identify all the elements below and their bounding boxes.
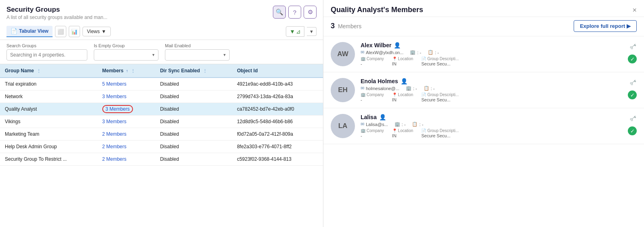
tabular-view-btn[interactable]: 📄 Tabular View [6,26,53,37]
table-icon: 📄 [11,28,17,34]
member-detail-row: ✉ AlexW@ylxdh.on... 🏢 : - 📋 : - [361,50,622,55]
group-desc-field: 📄 Group Descripti... Secure Secu... [421,57,459,66]
left-panel: Security Groups A list of all security g… [0,0,323,227]
search-filter-group: Search Groups [6,43,87,61]
company-field: 🏢 Company - [361,128,384,138]
members-link[interactable]: 2 Members [102,156,127,162]
filter-btn[interactable]: ▼ ⊿ [286,26,304,37]
member-info: Alex Wilber 👤 ✉ AlexW@ylxdh.on... 🏢 : - … [361,42,622,66]
sort-arrow-members[interactable]: ↑ [126,69,128,73]
group-desc-label: 📄 Group Descripti... [421,128,459,133]
member-info: Enola Holmes 👤 ✉ holmesalone@... 🏢 : - 📋… [361,78,622,102]
location-label: 📍 Location [392,128,414,133]
location-field: 📍 Location IN [392,92,414,102]
company-label: 🏢 Company [361,92,384,97]
cell-group-name: Security Group To Restrict ... [0,153,97,166]
member-org-value: : - [417,50,421,55]
email-icon: ✉ [361,122,364,127]
col-handle-members[interactable]: ⋮ [131,69,135,73]
groups-table: Group Name ⋮ Members ↑ ⋮ Dir Sync Enable… [0,64,323,166]
mail-enabled-filter-group: Mail Enabled [165,43,230,61]
table-row[interactable]: Network3 MembersDisabled2799d743-13da-42… [0,90,323,103]
table-row[interactable]: Vikings3 MembersDisabled12d8d9c5-548d-46… [0,116,323,128]
table-row[interactable]: Marketing Team2 MembersDisabledf0d72a05-… [0,128,323,141]
is-empty-select[interactable] [94,49,158,61]
cell-dir-sync: Disabled [155,128,232,141]
member-note-detail: 📋 : - [428,50,439,55]
members-link[interactable]: 3 Members [102,105,133,113]
location-label: 📍 Location [392,57,414,61]
views-btn[interactable]: Views ▼ [82,27,111,36]
search-input[interactable] [6,49,87,61]
table-row[interactable]: Quality Analyst3 MembersDisabledca782452… [0,103,323,116]
member-email-detail: ✉ holmesalone@... [361,86,399,91]
page-subtitle: A list of all security groups available … [6,15,107,20]
member-name: Alex Wilber [361,42,391,48]
group-desc-value: Secure Secu... [421,133,459,138]
company-field: 🏢 Company - [361,92,384,102]
cell-group-name: Trial expiration [0,78,97,90]
location-field: 📍 Location IN [392,57,414,66]
person-icon: 👤 [379,114,386,120]
col-members: Members ↑ ⋮ [97,64,155,78]
search-icon-btn[interactable]: 🔍 [273,6,286,19]
settings-icon-btn[interactable]: ⚙ [304,6,317,19]
company-value: - [361,61,384,66]
member-name-row: Enola Holmes 👤 [361,78,622,84]
member-org-detail: 🏢 : - [410,50,421,55]
cell-object-id: 4921e9ac-edd8-410b-a43 [232,78,323,90]
member-email: Lalisa@s... [366,122,388,127]
key-icon: 🗝 [627,77,639,88]
cell-group-name: Marketing Team [0,128,97,141]
member-email: holmesalone@... [366,86,399,91]
member-org-value: : - [413,86,417,91]
table-row[interactable]: Trial expiration5 MembersDisabled4921e9a… [0,78,323,90]
help-icon-btn[interactable]: ? [288,6,301,19]
right-panel-title: Quality Analyst's Members [331,6,423,14]
mail-enabled-select[interactable] [165,49,230,61]
cell-members: 5 Members [97,78,155,90]
members-link[interactable]: 5 Members [102,81,127,87]
member-detail-row: ✉ holmesalone@... 🏢 : - 📋 : - [361,86,622,91]
table-row[interactable]: Security Group To Restrict ...2 MembersD… [0,153,323,166]
col-group-name: Group Name ⋮ [0,64,97,78]
member-name-row: Alex Wilber 👤 [361,42,622,48]
cell-members: 2 Members [97,128,155,141]
cell-dir-sync: Disabled [155,116,232,128]
close-btn[interactable]: × [632,6,637,14]
members-link[interactable]: 2 Members [102,144,127,149]
col-handle-name[interactable]: ⋮ [37,69,41,73]
members-link[interactable]: 3 Members [102,119,127,124]
col-handle-dirsync[interactable]: ⋮ [203,69,207,73]
cell-object-id: f0d72a05-0a72-412f-809a [232,128,323,141]
key-icon: 🗝 [627,113,639,124]
right-header: Quality Analyst's Members × [323,0,644,17]
cell-object-id: c5923f02-9368-4144-813 [232,153,323,166]
members-count-label: Members [338,23,361,29]
table-row[interactable]: Help Desk Admin Group2 MembersDisabled8f… [0,141,323,153]
members-link[interactable]: 3 Members [102,94,127,99]
export-icon-btn[interactable]: ⬜ [55,26,66,37]
tabular-view-label: Tabular View [19,28,49,34]
table-body: Trial expiration5 MembersDisabled4921e9a… [0,78,323,166]
member-email-detail: ✉ AlexW@ylxdh.on... [361,50,403,55]
chart-icon-btn[interactable]: 📊 [69,26,80,37]
member-card: AW Alex Wilber 👤 ✉ AlexW@ylxdh.on... 🏢 :… [323,36,644,72]
filter-arrow-btn[interactable]: ▼ [307,27,317,36]
group-desc-field: 📄 Group Descripti... Secure Secu... [421,92,459,102]
group-desc-value: Secure Secu... [421,97,459,102]
members-count: 3 Members [331,22,361,30]
check-icon: ✓ [628,126,637,135]
member-note-value: : - [435,50,439,55]
org-icon: 🏢 [406,86,412,91]
cell-object-id: 2799d743-13da-426a-83a [232,90,323,103]
explore-full-report-btn[interactable]: Explore full report [574,20,637,32]
location-field: 📍 Location IN [392,128,414,138]
members-link[interactable]: 2 Members [102,131,127,137]
cell-members: 3 Members [97,116,155,128]
is-empty-label: Is Empty Group [94,43,158,48]
group-desc-value: Secure Secu... [421,61,459,66]
member-name: Enola Holmes [361,78,398,84]
org-icon: 🏢 [410,50,416,55]
member-extra-row: 🏢 Company - 📍 Location IN 📄 Group Descri… [361,57,622,66]
